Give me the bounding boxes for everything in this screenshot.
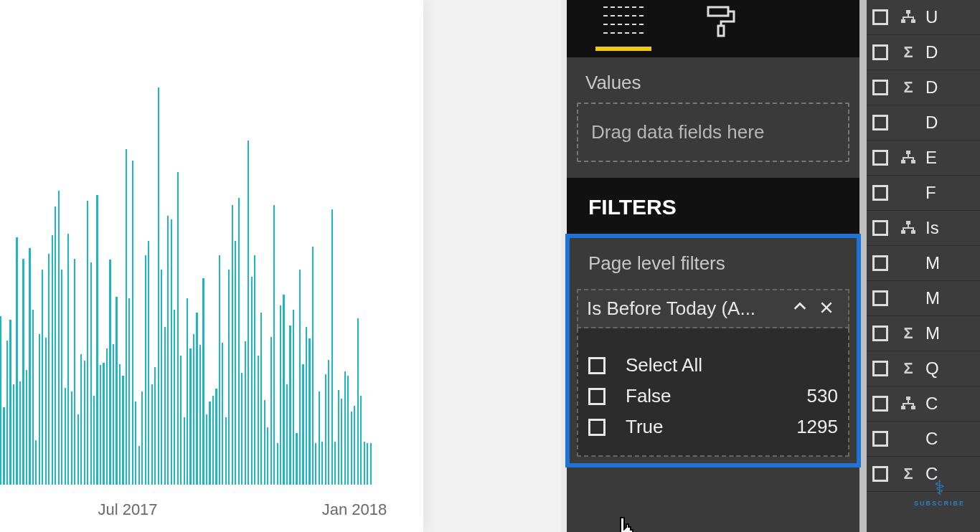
field-name: D [925,113,938,133]
chart-bar [174,310,175,485]
blank-icon [898,288,918,308]
filter-option-true[interactable]: True 1295 [588,412,838,442]
field-checkbox[interactable] [872,361,888,376]
chart-bar [109,260,110,485]
field-row[interactable]: ΣD [867,70,980,105]
field-checkbox[interactable] [872,220,888,236]
chart-bar [215,389,217,485]
chart-bar [360,396,362,485]
values-drop-well[interactable]: Drag data fields here [577,103,849,162]
field-checkbox[interactable] [872,115,888,130]
field-row[interactable]: ΣD [867,35,980,70]
chart-bar [364,442,365,485]
sigma-icon: Σ [898,77,918,98]
chart-bar [283,295,284,485]
chart-bar [209,402,210,485]
format-tab[interactable] [693,4,749,53]
chart-bar [0,316,1,485]
filter-option-select-all[interactable]: Select All [588,350,838,381]
remove-filter-icon[interactable] [814,299,839,319]
chart-visual[interactable]: Jul 2017 Jan 2018 [0,0,423,532]
field-row[interactable]: M [867,246,980,281]
pane-splitter[interactable] [859,0,867,532]
paint-roller-icon [704,4,738,39]
chart-bar [306,327,307,485]
checkbox[interactable] [588,357,606,374]
chart-bar [138,446,140,485]
field-name: M [925,323,940,343]
filter-title: Is Before Today (A... [587,298,786,320]
field-name: C [925,429,938,449]
chart-bar [87,201,88,485]
blank-icon [898,429,918,449]
checkbox[interactable] [588,419,606,436]
field-row[interactable]: D [867,105,980,141]
field-checkbox[interactable] [872,44,888,60]
chart-bar [13,384,14,485]
chart-bar [45,338,47,485]
field-checkbox[interactable] [872,431,888,447]
chart-bar [119,364,121,485]
collapse-filter-icon[interactable] [786,299,814,319]
chart-bar [132,161,133,485]
chart-bar [193,334,194,485]
field-name: D [925,77,938,98]
chart-bar [277,443,278,485]
field-row[interactable]: U [867,0,980,35]
chart-bar [151,384,153,485]
chart-bar [93,396,95,485]
blank-icon [898,253,918,273]
field-checkbox[interactable] [872,185,888,201]
chart-bar [351,412,352,485]
field-row[interactable]: C [867,422,980,457]
svg-rect-4 [911,19,915,23]
field-checkbox[interactable] [872,326,888,341]
chart-bar [212,396,214,485]
chart-bar [319,391,320,485]
field-row[interactable]: E [867,141,980,176]
field-checkbox[interactable] [872,255,888,271]
report-canvas[interactable]: Jul 2017 Jan 2018 [0,0,561,532]
chart-bar [308,338,310,485]
field-row[interactable]: ΣM [867,316,980,351]
checkbox[interactable] [588,388,606,405]
chart-bar [273,205,275,485]
chart-bar [251,277,253,485]
field-checkbox[interactable] [872,290,888,306]
chart-bar [254,255,255,485]
blank-icon [898,113,918,133]
chart-bar [264,400,265,485]
chart-bar [180,356,182,485]
filter-option-false[interactable]: False 530 [588,381,838,412]
sigma-icon: Σ [898,323,918,343]
fields-tab[interactable] [595,6,651,51]
pane-splitter[interactable] [561,0,567,532]
field-checkbox[interactable] [872,9,888,25]
chart-bar [100,365,101,485]
field-checkbox[interactable] [872,150,888,166]
field-row[interactable]: C [867,386,980,422]
chart-bar [196,313,197,485]
chart-plot-area [0,72,373,485]
field-name: F [925,183,936,203]
chart-bar [334,442,336,485]
field-checkbox[interactable] [872,396,888,412]
blank-icon [898,183,918,203]
chart-bar [225,417,227,485]
chart-bar [39,334,40,485]
field-checkbox[interactable] [872,80,888,95]
field-checkbox[interactable] [872,466,888,482]
svg-rect-5 [906,151,910,154]
chart-bar [354,406,355,485]
chart-bar [206,414,207,485]
field-row[interactable]: Is [867,211,980,246]
field-row[interactable]: F [867,176,980,211]
chart-bar [238,198,240,485]
filter-card-header[interactable]: Is Before Today (A... [577,289,849,328]
chart-bar [228,270,230,485]
field-row[interactable]: ΣQ [867,351,980,386]
chart-bar [167,216,169,485]
field-row[interactable]: M [867,281,980,316]
svg-rect-6 [901,160,905,163]
chart-bar [219,255,220,485]
